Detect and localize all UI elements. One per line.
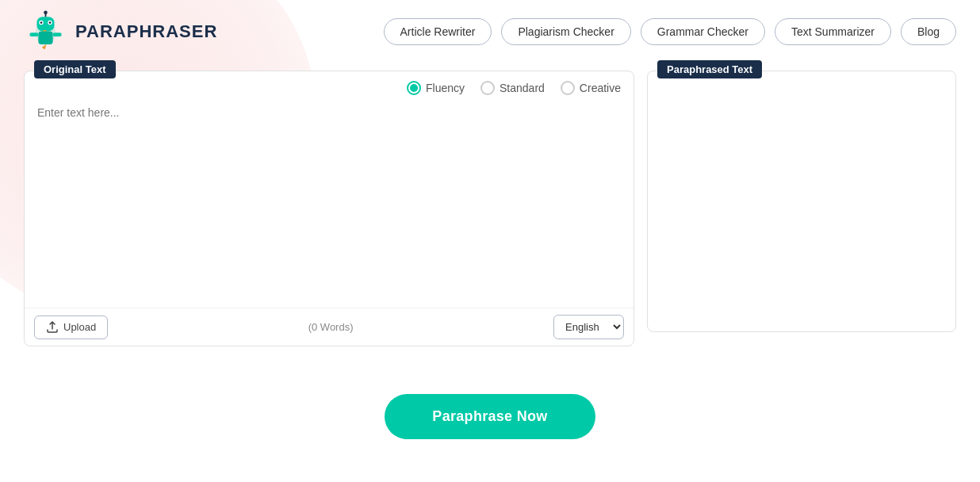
svg-marker-9 [42,44,47,49]
language-select[interactable]: English Spanish French German Italian [553,315,624,339]
standard-radio[interactable] [480,81,495,95]
left-panel-footer: Upload (0 Words) English Spanish French … [25,308,634,346]
blog-nav[interactable]: Blog [901,18,956,45]
grammar-checker-nav[interactable]: Grammar Checker [641,18,765,45]
logo-icon [24,10,67,53]
svg-point-7 [44,10,48,14]
creative-label: Creative [580,82,621,94]
header: PARAPHRASER Article Rewriter Plagiarism … [0,0,980,63]
svg-rect-11 [29,33,38,36]
standard-mode[interactable]: Standard [480,81,545,95]
svg-rect-10 [38,32,52,45]
upload-icon [46,321,59,334]
bottom-area: Paraphrase Now [24,346,956,455]
original-text-input[interactable] [25,98,634,304]
standard-label: Standard [500,82,545,94]
upload-button[interactable]: Upload [34,316,108,339]
article-rewriter-nav[interactable]: Article Rewriter [384,18,492,45]
fluency-radio[interactable] [407,81,421,95]
logo-text: PARAPHRASER [75,21,217,42]
svg-point-5 [49,21,52,24]
original-text-panel: Original Text Fluency Standard Creative [24,71,634,346]
original-text-label: Original Text [34,60,116,78]
paraphrased-text-panel: Paraphrased Text [647,71,956,332]
paraphrased-text-label: Paraphrased Text [657,60,762,78]
logo-area: PARAPHRASER [24,10,217,53]
plagiarism-checker-nav[interactable]: Plagiarism Checker [501,18,630,45]
svg-rect-1 [37,17,55,31]
svg-point-4 [40,21,43,24]
svg-rect-12 [53,33,62,36]
creative-radio[interactable] [561,81,575,95]
text-summarizer-nav[interactable]: Text Summarizer [775,18,891,45]
word-count: (0 Words) [308,321,354,333]
mode-selector: Fluency Standard Creative [25,71,634,98]
fluency-mode[interactable]: Fluency [407,81,465,95]
fluency-label: Fluency [426,82,465,94]
paraphrase-now-button[interactable]: Paraphrase Now [385,394,595,439]
main-nav: Article Rewriter Plagiarism Checker Gram… [384,18,956,45]
main-content: Original Text Fluency Standard Creative [0,63,980,471]
upload-label: Upload [63,321,96,333]
editor-row: Original Text Fluency Standard Creative [24,71,956,346]
creative-mode[interactable]: Creative [561,81,621,95]
